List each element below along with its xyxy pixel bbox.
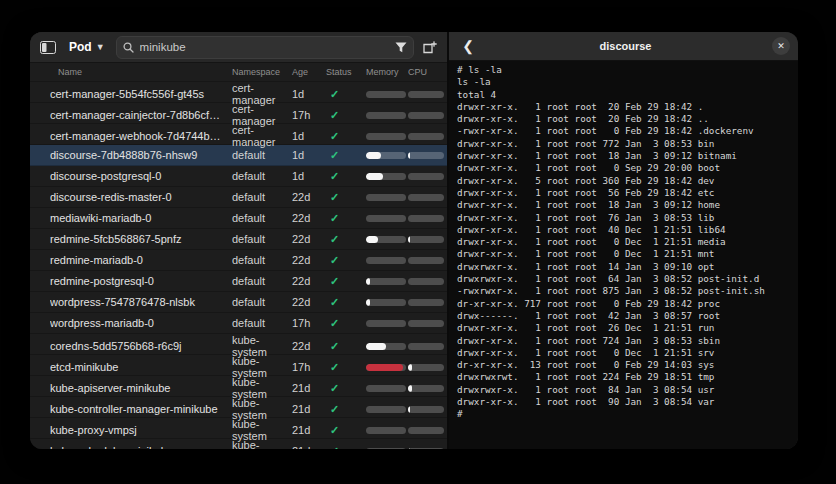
status-ok-icon: ✓ xyxy=(326,254,366,267)
cpu-cell xyxy=(408,173,447,180)
cpu-usage-bar xyxy=(408,152,444,159)
memory-cell xyxy=(366,299,408,306)
memory-cell xyxy=(366,278,408,285)
mem-usage-bar xyxy=(366,215,406,222)
close-icon: ✕ xyxy=(777,41,785,51)
pod-age: 1d xyxy=(292,130,326,142)
cpu-usage-bar xyxy=(408,427,444,434)
cpu-usage-bar xyxy=(408,173,444,180)
search-input[interactable]: minikube xyxy=(116,36,414,59)
filter-icon[interactable] xyxy=(395,42,407,53)
cpu-usage-bar xyxy=(408,91,444,98)
list-headerbar: Pod ▼ minikube xyxy=(30,32,447,63)
table-row[interactable]: redmine-mariadb-0default22d✓ xyxy=(30,250,447,271)
memory-cell xyxy=(366,364,408,371)
memory-cell xyxy=(366,133,408,140)
pod-age: 1d xyxy=(292,170,326,182)
table-row[interactable]: kube-proxy-vmpsjkube-system21d✓ xyxy=(30,418,447,439)
terminal-headerbar: ❮ discourse ✕ xyxy=(449,32,798,61)
resource-type-dropdown[interactable]: Pod ▼ xyxy=(65,38,109,56)
pod-age: 22d xyxy=(292,212,326,224)
mem-usage-bar xyxy=(366,91,406,98)
mem-usage-bar xyxy=(366,152,406,159)
pod-age: 22d xyxy=(292,296,326,308)
table-row[interactable]: discourse-postgresql-0default1d✓ xyxy=(30,166,447,187)
terminal-screen[interactable]: # ls -la ls -la total 4 drwxr-xr-x. 1 ro… xyxy=(449,61,798,449)
column-header-age: Age xyxy=(292,67,326,77)
mem-usage-bar xyxy=(366,320,406,327)
cpu-cell xyxy=(408,343,447,350)
table-row[interactable]: cert-manager-cainjector-7d8b6cf7b9-wf29t… xyxy=(30,103,447,124)
table-row[interactable]: cert-manager-webhook-7d4744b5ff-2cn67cer… xyxy=(30,124,447,145)
mem-usage-bar xyxy=(366,364,406,371)
pod-namespace: default xyxy=(232,191,292,203)
cpu-cell xyxy=(408,133,447,140)
pod-age: 21d xyxy=(292,424,326,436)
cpu-cell xyxy=(408,257,447,264)
pod-namespace: default xyxy=(232,296,292,308)
status-ok-icon: ✓ xyxy=(326,317,366,330)
table-column-headers: NameNamespaceAgeStatusMemoryCPU xyxy=(30,63,447,82)
cpu-cell xyxy=(408,278,447,285)
close-button[interactable]: ✕ xyxy=(772,37,790,55)
table-row[interactable]: mediawiki-mariadb-0default22d✓ xyxy=(30,208,447,229)
pod-name: discourse-7db4888b76-nhsw9 xyxy=(50,149,232,161)
cpu-usage-bar xyxy=(408,133,444,140)
status-ok-icon: ✓ xyxy=(326,275,366,288)
table-row[interactable]: cert-manager-5b54fc556f-gt45scert-manage… xyxy=(30,82,447,103)
memory-cell xyxy=(366,385,408,392)
mem-usage-bar xyxy=(366,278,406,285)
column-header-status: Status xyxy=(326,67,366,77)
table-row[interactable]: wordpress-7547876478-nlsbkdefault22d✓ xyxy=(30,292,447,313)
table-row[interactable]: wordpress-mariadb-0default17h✓ xyxy=(30,313,447,334)
pod-namespace: default xyxy=(232,170,292,182)
table-row[interactable]: kube-controller-manager-minikubekube-sys… xyxy=(30,397,447,418)
back-button[interactable]: ❮ xyxy=(457,37,479,55)
status-ok-icon: ✓ xyxy=(326,109,366,122)
cpu-cell xyxy=(408,215,447,222)
cpu-cell xyxy=(408,406,447,413)
mem-usage-bar xyxy=(366,257,406,264)
pod-name: kube-controller-manager-minikube xyxy=(50,403,232,415)
pod-name: cert-manager-cainjector-7d8b6cf7b9-wf29t xyxy=(50,109,232,121)
table-row[interactable]: kube-scheduler-minikubekube-system21d✓ xyxy=(30,439,447,449)
cpu-cell xyxy=(408,152,447,159)
pod-namespace: default xyxy=(232,149,292,161)
pod-age: 22d xyxy=(292,340,326,352)
cpu-cell xyxy=(408,427,447,434)
sidebar-toggle-button[interactable] xyxy=(38,39,58,56)
pod-name: discourse-postgresql-0 xyxy=(50,170,232,182)
pod-namespace: kube-system xyxy=(232,439,292,449)
cpu-usage-bar xyxy=(408,343,444,350)
pod-name: kube-apiserver-minikube xyxy=(50,382,232,394)
pod-name: wordpress-7547876478-nlsbk xyxy=(50,296,232,308)
status-ok-icon: ✓ xyxy=(326,361,366,374)
table-row[interactable]: discourse-7db4888b76-nhsw9default1d✓ xyxy=(30,145,447,166)
status-ok-icon: ✓ xyxy=(326,88,366,101)
sidebar-toggle-icon xyxy=(40,41,56,54)
cpu-cell xyxy=(408,194,447,201)
chevron-down-icon: ▼ xyxy=(96,43,105,52)
status-ok-icon: ✓ xyxy=(326,233,366,246)
column-header-namespace: Namespace xyxy=(232,67,292,77)
terminal-output: # ls -la ls -la total 4 drwxr-xr-x. 1 ro… xyxy=(457,64,790,421)
cpu-usage-bar xyxy=(408,278,444,285)
cpu-cell xyxy=(408,448,447,450)
table-row[interactable]: redmine-postgresql-0default22d✓ xyxy=(30,271,447,292)
pod-table-body: cert-manager-5b54fc556f-gt45scert-manage… xyxy=(30,82,447,449)
table-row[interactable]: kube-apiserver-minikubekube-system21d✓ xyxy=(30,376,447,397)
memory-cell xyxy=(366,427,408,434)
status-ok-icon: ✓ xyxy=(326,340,366,353)
table-row[interactable]: redmine-5fcb568867-5pnfzdefault22d✓ xyxy=(30,229,447,250)
table-row[interactable]: etcd-minikubekube-system17h✓ xyxy=(30,355,447,376)
table-row[interactable]: discourse-redis-master-0default22d✓ xyxy=(30,187,447,208)
cpu-usage-bar xyxy=(408,385,444,392)
cpu-cell xyxy=(408,112,447,119)
status-ok-icon: ✓ xyxy=(326,149,366,162)
cpu-usage-bar xyxy=(408,194,444,201)
cpu-cell xyxy=(408,320,447,327)
new-tab-button[interactable] xyxy=(421,39,439,56)
cpu-usage-bar xyxy=(408,364,444,371)
table-row[interactable]: coredns-5dd5756b68-r6c9jkube-system22d✓ xyxy=(30,334,447,355)
cpu-usage-bar xyxy=(408,257,444,264)
